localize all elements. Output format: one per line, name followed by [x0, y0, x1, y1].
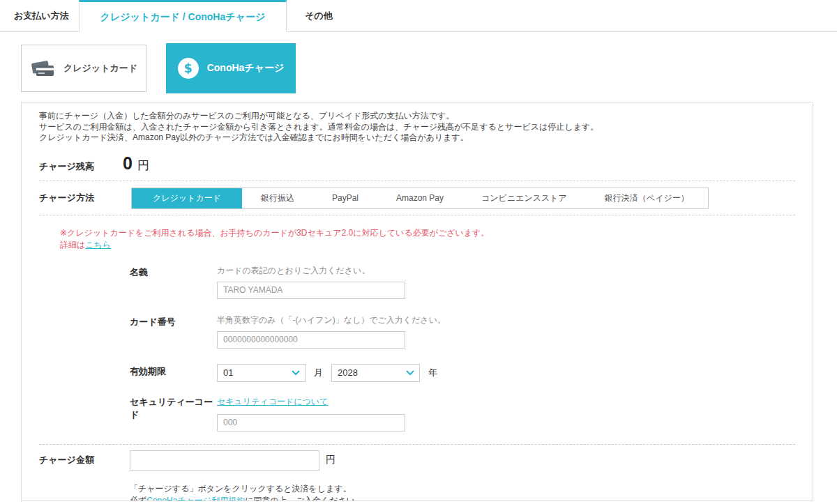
balance-unit: 円	[137, 158, 149, 174]
method-option-convenience-store[interactable]: コンビニエンスストア	[462, 188, 586, 208]
conoha-charge-button-label: ConoHaチャージ	[207, 62, 285, 75]
method-option-bank-transfer[interactable]: 銀行振込	[242, 188, 313, 208]
divider	[39, 181, 795, 181]
panel-arrow-inner	[226, 102, 237, 102]
description-line: 事前にチャージ（入金）した金額分のみサービスのご利用が可能となる、プリペイド形式…	[39, 111, 795, 122]
payment-type-toggle: クレジットカード $ ConoHaチャージ	[21, 43, 837, 93]
balance-value: 0	[123, 153, 133, 174]
3d-secure-notice: ※クレジットカードをご利用される場合、お手持ちのカードが3Dセキュア2.0に対応…	[60, 227, 795, 251]
expiry-month-wrap: 01	[217, 364, 306, 382]
divider	[39, 215, 795, 215]
description-line: クレジットカード決済、Amazon Pay以外のチャージ方法では入金確認までにお…	[39, 132, 795, 144]
charge-amount-unit: 円	[326, 454, 335, 466]
card-name-label: 名義	[130, 265, 217, 299]
balance-label: チャージ残高	[39, 160, 123, 173]
security-code-label: セキュリティーコード	[130, 395, 217, 432]
method-option-payeasy[interactable]: 銀行決済（ペイジー）	[586, 188, 708, 208]
security-code-row: セキュリティーコード セキュリティコードについて	[130, 395, 795, 432]
card-number-field: 半角英数字のみ（「-(ハイフン)」なし）でご入力ください。	[217, 314, 446, 349]
dollar-icon: $	[178, 58, 199, 79]
tab-label: クレジットカード / ConoHaチャージ	[100, 11, 266, 24]
card-name-input[interactable]	[217, 282, 405, 299]
charge-method-row: チャージ方法 クレジットカード 銀行振込 PayPal Amazon Pay コ…	[39, 188, 795, 209]
expiry-year-select[interactable]: 2028	[331, 364, 420, 382]
agreement-line2-prefix: 必ず	[130, 496, 146, 502]
credit-card-icon	[30, 59, 55, 78]
charge-amount-input[interactable]	[130, 450, 319, 471]
description-line: サービスのご利用金額は、入金されたチャージ金額から引き落とされます。通常料金の場…	[39, 122, 795, 133]
agreement-line2: 必ずConoHaチャージ利用規約に同意の上、ご入金ください。	[130, 495, 795, 502]
conoha-charge-button[interactable]: $ ConoHaチャージ	[166, 43, 296, 93]
charge-amount-row: チャージ金額 円	[39, 450, 795, 471]
method-option-credit-card[interactable]: クレジットカード	[132, 188, 242, 208]
tab-creditcard-conoha-charge[interactable]: クレジットカード / ConoHaチャージ	[79, 0, 287, 32]
card-name-field: カードの表記のとおりご入力ください。	[217, 265, 405, 299]
payment-tabbar: お支払い方法 クレジットカード / ConoHaチャージ その他	[0, 0, 837, 32]
expiry-field: 01 月 2028 年	[217, 364, 446, 382]
method-option-amazon-pay[interactable]: Amazon Pay	[377, 188, 462, 208]
divider	[39, 444, 795, 445]
details-link[interactable]: こちら	[85, 240, 111, 250]
charge-panel: 事前にチャージ（入金）した金額分のみサービスのご利用が可能となる、プリペイド形式…	[21, 102, 813, 501]
card-name-hint: カードの表記のとおりご入力ください。	[217, 265, 405, 277]
terms-link[interactable]: ConoHaチャージ利用規約	[146, 496, 245, 502]
card-number-hint: 半角英数字のみ（「-(ハイフン)」なし）でご入力ください。	[217, 314, 446, 326]
card-number-row: カード番号 半角英数字のみ（「-(ハイフン)」なし）でご入力ください。	[130, 314, 795, 349]
charge-amount-label: チャージ金額	[39, 454, 130, 466]
charge-balance-row: チャージ残高 0 円	[39, 153, 795, 174]
security-code-info-link[interactable]: セキュリティコードについて	[217, 397, 328, 406]
security-code-input[interactable]	[217, 414, 405, 432]
charge-method-label: チャージ方法	[39, 192, 131, 204]
credit-card-button-label: クレジットカード	[63, 62, 137, 75]
expiry-month-select[interactable]: 01	[217, 364, 306, 382]
notice-line2-prefix: 詳細は	[60, 240, 85, 250]
card-number-input[interactable]	[217, 331, 405, 349]
card-number-label: カード番号	[130, 314, 217, 349]
credit-card-button[interactable]: クレジットカード	[21, 45, 146, 92]
tab-label: その他	[305, 10, 333, 22]
page-title: お支払い方法	[14, 0, 79, 31]
expiry-year-unit: 年	[428, 367, 437, 379]
agreement-line2-suffix: に同意の上、ご入金ください。	[245, 496, 363, 502]
charge-description: 事前にチャージ（入金）した金額分のみサービスのご利用が可能となる、プリペイド形式…	[39, 111, 795, 144]
card-name-row: 名義 カードの表記のとおりご入力ください。	[130, 265, 795, 299]
agreement-note: 「チャージする」ボタンをクリックすると決済をします。 必ずConoHaチャージ利…	[130, 483, 795, 502]
charge-method-options: クレジットカード 銀行振込 PayPal Amazon Pay コンビニエンスス…	[131, 188, 709, 209]
dollar-glyph: $	[184, 61, 193, 75]
expiry-month-unit: 月	[314, 367, 323, 379]
notice-line2: 詳細はこちら	[60, 239, 795, 251]
tab-other[interactable]: その他	[287, 0, 351, 31]
expiry-label: 有効期限	[130, 364, 217, 382]
method-option-paypal[interactable]: PayPal	[313, 188, 377, 208]
agreement-line1: 「チャージする」ボタンをクリックすると決済をします。	[130, 483, 795, 495]
expiry-row: 有効期限 01 月 2028 年	[130, 364, 795, 382]
notice-line1: ※クレジットカードをご利用される場合、お手持ちのカードが3Dセキュア2.0に対応…	[60, 227, 795, 239]
security-code-field: セキュリティコードについて	[217, 395, 405, 432]
expiry-year-wrap: 2028	[331, 364, 420, 382]
